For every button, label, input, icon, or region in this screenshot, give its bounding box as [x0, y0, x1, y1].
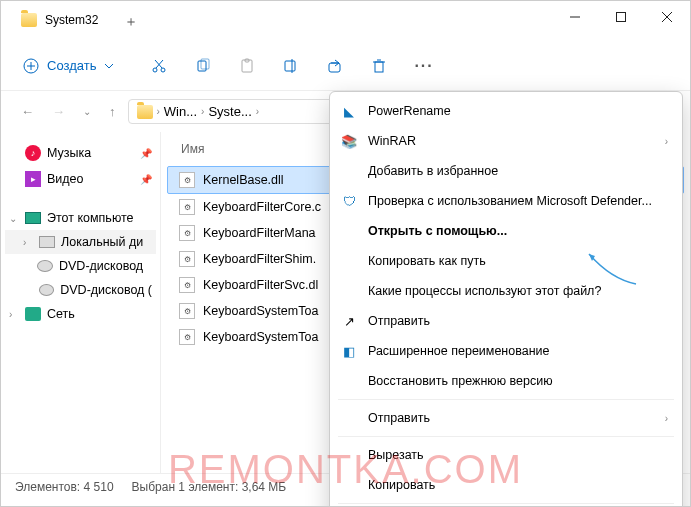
paste-icon[interactable] — [238, 57, 256, 75]
ctx-processes[interactable]: Какие процессы используют этот файл? — [330, 276, 682, 306]
window-controls — [552, 1, 690, 33]
ctx-winrar[interactable]: 📚WinRAR› — [330, 126, 682, 156]
dll-file-icon: ⚙ — [179, 277, 195, 293]
folder-icon — [137, 105, 153, 119]
dll-file-icon: ⚙ — [179, 172, 195, 188]
tree-item-music[interactable]: ♪Музыка📌 — [5, 140, 156, 166]
ctx-copy[interactable]: Копировать — [330, 470, 682, 500]
new-tab-button[interactable]: ＋ — [116, 1, 146, 43]
chevron-right-icon[interactable]: › — [9, 309, 19, 320]
breadcrumb-sep: › — [201, 106, 204, 117]
window-title: System32 — [45, 13, 98, 27]
close-button[interactable] — [644, 1, 690, 33]
rename-icon: ◧ — [340, 342, 358, 360]
winrar-icon: 📚 — [340, 132, 358, 150]
pc-icon — [25, 212, 41, 224]
up-button[interactable]: ↑ — [103, 100, 122, 123]
chevron-right-icon[interactable]: › — [23, 237, 33, 248]
dll-file-icon: ⚙ — [179, 329, 195, 345]
cut-icon[interactable] — [150, 57, 168, 75]
chevron-right-icon: › — [665, 136, 668, 147]
chevron-down-icon[interactable]: ⌄ — [9, 213, 19, 224]
navigation-tree: ♪Музыка📌 ▸Видео📌 ⌄Этот компьюте ›Локальн… — [1, 132, 161, 473]
chevron-right-icon: › — [665, 413, 668, 424]
status-selection: Выбран 1 элемент: 3,64 МБ — [132, 480, 287, 494]
video-icon: ▸ — [25, 171, 41, 187]
trash-icon[interactable] — [370, 57, 388, 75]
powerrename-icon: ◣ — [340, 102, 358, 120]
ctx-open-with[interactable]: Открыть с помощью... — [330, 216, 682, 246]
svg-line-9 — [156, 60, 163, 68]
pin-icon: 📌 — [140, 148, 152, 159]
separator — [338, 399, 674, 400]
copy-icon[interactable] — [194, 57, 212, 75]
maximize-button[interactable] — [598, 1, 644, 33]
dll-file-icon: ⚙ — [179, 199, 195, 215]
svg-rect-17 — [329, 63, 340, 72]
ctx-favorites[interactable]: Добавить в избранное — [330, 156, 682, 186]
ctx-cut[interactable]: Вырезать — [330, 440, 682, 470]
new-button[interactable]: Создать — [13, 52, 124, 80]
dll-file-icon: ⚙ — [179, 251, 195, 267]
folder-icon — [21, 13, 37, 27]
svg-rect-15 — [285, 61, 295, 71]
svg-point-7 — [153, 68, 157, 72]
status-count: Элементов: 4 510 — [15, 480, 114, 494]
pin-icon: 📌 — [140, 174, 152, 185]
more-button[interactable]: ··· — [414, 57, 433, 75]
breadcrumb-sep: › — [157, 106, 160, 117]
context-menu: ◣PowerRename 📚WinRAR› Добавить в избранн… — [329, 91, 683, 507]
window-tab[interactable]: System32 — [5, 5, 110, 35]
network-icon — [25, 307, 41, 321]
svg-rect-19 — [375, 62, 383, 72]
dll-file-icon: ⚙ — [179, 303, 195, 319]
tree-item-dvd[interactable]: DVD-дисковод — [5, 254, 156, 278]
disk-icon — [39, 236, 55, 248]
tree-item-pc[interactable]: ⌄Этот компьюте — [5, 206, 156, 230]
breadcrumb-sep: › — [256, 106, 259, 117]
shield-icon: 🛡 — [340, 192, 358, 210]
tree-item-network[interactable]: ›Сеть — [5, 302, 156, 326]
ctx-restore[interactable]: Восстановить прежнюю версию — [330, 366, 682, 396]
separator — [338, 503, 674, 504]
title-bar: System32 ＋ — [1, 1, 690, 41]
chevron-down-icon[interactable]: ⌄ — [77, 102, 97, 121]
breadcrumb-seg[interactable]: Win... — [164, 104, 197, 119]
plus-circle-icon — [23, 58, 39, 74]
ctx-powerrename[interactable]: ◣PowerRename — [330, 96, 682, 126]
breadcrumb-seg[interactable]: Syste... — [208, 104, 251, 119]
rename-icon[interactable] — [282, 57, 300, 75]
toolbar: Создать ··· — [1, 41, 690, 91]
ctx-defender[interactable]: 🛡Проверка с использованием Microsoft Def… — [330, 186, 682, 216]
dll-file-icon: ⚙ — [179, 225, 195, 241]
ctx-send-to[interactable]: Отправить› — [330, 403, 682, 433]
forward-button[interactable]: → — [46, 100, 71, 123]
svg-rect-1 — [617, 13, 626, 22]
share-icon[interactable] — [326, 57, 344, 75]
dvd-icon — [37, 260, 53, 272]
svg-point-8 — [161, 68, 165, 72]
tree-item-dvd2[interactable]: DVD-дисковод ( — [5, 278, 156, 302]
ctx-copy-path[interactable]: Копировать как путь — [330, 246, 682, 276]
send-icon: ↗ — [340, 312, 358, 330]
dvd-icon — [39, 284, 55, 296]
music-icon: ♪ — [25, 145, 41, 161]
ctx-ext-rename[interactable]: ◧Расширенное переименование — [330, 336, 682, 366]
back-button[interactable]: ← — [15, 100, 40, 123]
tree-item-video[interactable]: ▸Видео📌 — [5, 166, 156, 192]
chevron-down-icon — [104, 61, 114, 71]
svg-line-10 — [155, 60, 162, 68]
separator — [338, 436, 674, 437]
tree-item-local-disk[interactable]: ›Локальный ди — [5, 230, 156, 254]
minimize-button[interactable] — [552, 1, 598, 33]
ctx-send[interactable]: ↗Отправить — [330, 306, 682, 336]
new-button-label: Создать — [47, 58, 96, 73]
